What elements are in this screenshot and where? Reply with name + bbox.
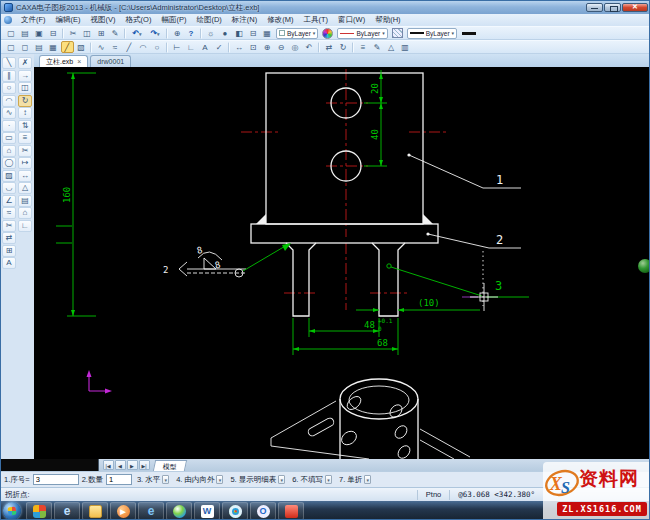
fillet-tool-icon[interactable]: ◡: [2, 182, 16, 194]
point-tool-icon[interactable]: ·: [2, 120, 16, 132]
ole-link-icon[interactable]: ⊕: [171, 27, 184, 39]
paste-icon[interactable]: ⊞: [95, 27, 108, 39]
serial-number-input[interactable]: [33, 474, 79, 485]
separator[interactable]: [318, 42, 320, 53]
fold-dropdown[interactable]: 7. 单折 ▾: [337, 474, 373, 486]
break-tool-icon[interactable]: ✂: [2, 220, 16, 232]
taskbar-chrome-icon[interactable]: [222, 502, 248, 520]
copy-tool-icon[interactable]: ◫: [18, 82, 32, 94]
library-tool-icon[interactable]: ⌂: [18, 207, 32, 219]
trim-tool-icon[interactable]: ✂: [18, 145, 32, 157]
drawing-canvas[interactable]: 1 2: [34, 67, 650, 459]
model-nav-last[interactable]: ▶|: [139, 460, 150, 470]
taskbar-360safe-icon[interactable]: [26, 502, 52, 520]
frame-icon[interactable]: ◻: [19, 41, 32, 53]
linetype-combo[interactable]: ByLayer ▾: [337, 28, 387, 39]
scale-tool-icon[interactable]: ↕: [18, 107, 32, 119]
polyline-icon[interactable]: ∿: [95, 41, 108, 53]
coordinate-dim-icon[interactable]: ∟: [185, 41, 198, 53]
ellipse-tool-icon[interactable]: ◯: [2, 157, 16, 169]
color-wheel-icon[interactable]: [322, 28, 333, 39]
separator[interactable]: [352, 42, 354, 53]
cut-icon[interactable]: ✂: [67, 27, 80, 39]
redo-icon[interactable]: ↷: [147, 27, 164, 39]
save-file-icon[interactable]: ▣: [33, 27, 46, 39]
layer-color-icon[interactable]: ●: [219, 27, 232, 39]
circle-tool-icon[interactable]: ○: [2, 82, 16, 94]
text-tool-icon[interactable]: A: [2, 257, 16, 269]
title-block-icon[interactable]: ▤: [33, 41, 46, 53]
bom-display-dropdown[interactable]: 5. 显示明细表 ▾: [228, 474, 287, 486]
menu-draw[interactable]: 绘图(D): [191, 14, 226, 26]
rotate-tool-icon[interactable]: ↻: [18, 95, 32, 107]
separator[interactable]: [124, 28, 126, 39]
zoom-out-icon[interactable]: ⊖: [275, 41, 288, 53]
quantity-input[interactable]: [106, 474, 132, 485]
paper-settings-icon[interactable]: ▢: [5, 41, 18, 53]
undo-icon[interactable]: ↶: [129, 27, 146, 39]
taskbar-wps-icon[interactable]: [278, 502, 304, 520]
menu-view[interactable]: 视图(V): [86, 14, 121, 26]
taskbar-media-player-icon[interactable]: ▶: [110, 502, 136, 520]
taskbar-word-icon[interactable]: W: [194, 502, 220, 520]
match-properties-icon[interactable]: ✎: [371, 41, 384, 53]
menu-edit[interactable]: 编辑(E): [51, 14, 86, 26]
rectangle-tool-icon[interactable]: ▭: [2, 132, 16, 144]
new-file-icon[interactable]: ▢: [5, 27, 18, 39]
offset-tool-icon[interactable]: ≡: [18, 132, 32, 144]
explode-tool-icon[interactable]: △: [18, 182, 32, 194]
chamfer-tool-icon[interactable]: ∠: [2, 195, 16, 207]
menu-paper[interactable]: 幅面(P): [156, 14, 191, 26]
measure-tool-icon[interactable]: ∟: [18, 220, 32, 232]
move-icon[interactable]: ⇄: [323, 41, 336, 53]
separator[interactable]: [62, 28, 64, 39]
move-tool-icon[interactable]: →: [18, 70, 32, 82]
dimension-icon[interactable]: ⊢: [171, 41, 184, 53]
close-button[interactable]: [622, 3, 648, 12]
balloon-number-icon[interactable]: ╱: [61, 41, 74, 53]
print-icon[interactable]: ⊟: [47, 27, 60, 39]
tab-lizhu-exb[interactable]: 立柱.exb×: [39, 55, 88, 67]
copy-icon[interactable]: ◫: [81, 27, 94, 39]
text-icon[interactable]: A: [199, 41, 212, 53]
thick-line-icon[interactable]: [462, 32, 476, 35]
extend-tool-icon[interactable]: ↦: [18, 157, 32, 169]
check-icon[interactable]: ✓: [213, 41, 226, 53]
layer-lock-icon[interactable]: ◧: [233, 27, 246, 39]
format-painter-icon[interactable]: ✎: [109, 27, 122, 39]
separator[interactable]: [228, 42, 230, 53]
tab-close-icon[interactable]: ×: [77, 58, 81, 65]
model-nav-next[interactable]: ▶: [127, 460, 138, 470]
parallel-line-icon[interactable]: ∥: [2, 70, 16, 82]
app-menu-icon[interactable]: [4, 16, 12, 24]
arc-tool-icon[interactable]: ◠: [2, 95, 16, 107]
maximize-button[interactable]: [604, 3, 621, 12]
start-button[interactable]: [3, 502, 21, 520]
menu-modify[interactable]: 修改(M): [262, 14, 298, 26]
model-nav-prev[interactable]: ◀: [115, 460, 126, 470]
taskbar-ie-icon[interactable]: e: [138, 502, 164, 520]
rotate-icon[interactable]: ↻: [337, 41, 350, 53]
properties-icon[interactable]: ≡: [357, 41, 370, 53]
layer-manager-icon[interactable]: ▦: [261, 27, 274, 39]
menu-format[interactable]: 格式(O): [121, 14, 157, 26]
help-icon[interactable]: ?: [185, 27, 198, 39]
tab-model[interactable]: 模型: [153, 460, 187, 471]
separator[interactable]: [200, 28, 202, 39]
minimize-button[interactable]: [586, 3, 603, 12]
circle-icon[interactable]: ○: [151, 41, 164, 53]
mirror2-tool-icon[interactable]: ⇅: [18, 120, 32, 132]
zoom-in-icon[interactable]: ⊕: [261, 41, 274, 53]
layer-combo[interactable]: ByLayer ▾: [276, 28, 318, 39]
bom-edit-icon[interactable]: ▧: [75, 41, 88, 53]
pan-icon[interactable]: ↔: [233, 41, 246, 53]
properties-tool-icon[interactable]: ▤: [18, 195, 32, 207]
open-file-icon[interactable]: ▤: [19, 27, 32, 39]
stretch-tool-icon[interactable]: ↔: [18, 170, 32, 182]
polygon-tool-icon[interactable]: ⌂: [2, 145, 16, 157]
menu-tools[interactable]: 工具(T): [299, 14, 334, 26]
mirror-tool-icon[interactable]: ⇄: [2, 232, 16, 244]
line-icon[interactable]: ╱: [123, 41, 136, 53]
line-tool-icon[interactable]: ╲: [2, 57, 16, 69]
separator[interactable]: [166, 28, 168, 39]
